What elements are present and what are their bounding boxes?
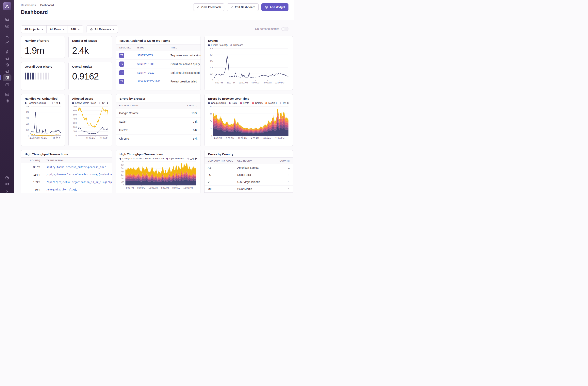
legend-item[interactable]: Google Chrome	[208, 102, 226, 104]
legend-item[interactable]: sentry.tasks.process_buffer.process_incr	[120, 157, 164, 160]
widget-grid: Number of Errors 1.9m Number of Issues 2…	[21, 36, 293, 193]
legend-item[interactable]: Handled : count()	[25, 102, 46, 104]
dashboard-icon	[5, 75, 9, 80]
country-row: MFSaint Martin1	[205, 185, 293, 193]
date-range-filter[interactable]: 24H	[68, 25, 83, 33]
sidebar-item-alerts[interactable]	[0, 68, 14, 74]
column-header: GEO.COUNTRY_CODE	[205, 159, 234, 162]
widget-title: Errors by Browser Over Time	[208, 97, 289, 100]
number-of-errors-value: 1.9m	[25, 45, 61, 56]
on-demand-metrics-toggle[interactable]	[281, 27, 289, 31]
issue-link[interactable]: SENTRY-VD5	[137, 54, 153, 57]
sidebar-item-whats-new[interactable]	[0, 181, 14, 187]
breadcrumb: Dashboards › Dashboard	[21, 3, 54, 7]
legend-item[interactable]: Events : count()	[208, 44, 228, 46]
sidebar-item-collapse[interactable]	[0, 188, 14, 193]
assignee-avatar[interactable]: TE	[119, 62, 124, 67]
legend-item[interactable]: Known Users : cour	[72, 102, 96, 104]
legend-item[interactable]: Releases	[230, 44, 243, 46]
sentry-logo[interactable]	[3, 2, 11, 10]
svg-text:500: 500	[73, 114, 77, 116]
browser-count: 57k	[177, 137, 201, 140]
widget-title: Overall User Misery	[25, 65, 61, 68]
give-feedback-label: Give Feedback	[201, 5, 221, 9]
widget-title: Errors by Browser	[120, 97, 197, 100]
give-feedback-button[interactable]: Give Feedback	[193, 3, 224, 11]
sidebar-item-starred[interactable]	[0, 49, 14, 55]
svg-text:0: 0	[212, 79, 213, 81]
pager-prev-icon[interactable]	[99, 102, 100, 104]
sidebar-item-replays[interactable]	[0, 62, 14, 68]
legend-item[interactable]: Chrome	[252, 102, 263, 104]
release-filter[interactable]: All Releases	[87, 25, 118, 33]
sentry-triangle-icon	[4, 3, 10, 9]
sidebar-item-dashboards[interactable]	[0, 75, 14, 81]
widget-title: Affected Users	[72, 97, 108, 100]
transaction-link[interactable]: /{organization_slug}/	[46, 188, 78, 191]
sidebar-item-explore[interactable]	[0, 33, 14, 39]
pager-prev-icon[interactable]	[187, 158, 189, 160]
environment-filter[interactable]: All Envs	[46, 25, 68, 33]
legend-item[interactable]: /api/0/internal/r	[166, 157, 184, 160]
country-code: LC	[205, 173, 234, 176]
svg-text:4:00 AM: 4:00 AM	[251, 137, 259, 139]
issue-link[interactable]: JAVASCRIPT-1BG2	[137, 80, 160, 83]
breadcrumb-dashboards[interactable]: Dashboards	[21, 3, 36, 7]
pager-next-icon[interactable]	[59, 102, 61, 104]
legend-label: Mobile S	[268, 102, 277, 104]
pager-prev-icon[interactable]	[279, 102, 281, 104]
chevron-down-icon	[113, 29, 115, 30]
megaphone-icon	[5, 56, 9, 61]
legend-item[interactable]: Firefox	[240, 102, 249, 104]
pager-next-icon[interactable]	[195, 158, 197, 160]
transaction-link[interactable]: sentry.tasks.process_buffer.process_incr	[46, 165, 106, 168]
lightning-icon	[5, 50, 9, 54]
legend-item[interactable]: Mobile S	[265, 102, 277, 104]
misery-bar-filled	[27, 72, 29, 79]
widget-title: High Throughput Transactions	[25, 153, 108, 156]
assignee-avatar[interactable]: TE	[119, 53, 124, 58]
transaction-row: 76m/{organization_slug}/	[21, 186, 112, 193]
project-filter[interactable]: All Projects	[21, 25, 46, 33]
svg-text:4:00 PM: 4:00 PM	[126, 187, 134, 189]
widget-number-of-errors: Number of Errors 1.9m	[21, 36, 65, 58]
sidebar-item-issues[interactable]	[0, 16, 14, 22]
svg-text:8:00 AM: 8:00 AM	[263, 137, 271, 139]
add-widget-button[interactable]: Add Widget	[261, 3, 289, 11]
issue-link[interactable]: SENTRY-16H8	[137, 63, 154, 66]
sidebar-item-projects[interactable]	[0, 23, 14, 29]
issue-link[interactable]: SENTRY-32ZQ	[137, 71, 154, 74]
pager-prev-icon[interactable]	[51, 102, 53, 104]
legend-label: /api/0/internal/r	[169, 157, 184, 160]
release-filter-group: All Releases	[86, 25, 118, 33]
sidebar-item-performance[interactable]	[0, 39, 14, 45]
legend-item[interactable]: Safari	[229, 102, 237, 104]
environment-filter-label: All Envs	[50, 28, 61, 31]
help-circle-icon	[5, 176, 9, 180]
legend-dot	[25, 102, 26, 104]
svg-text:2m: 2m	[121, 177, 124, 180]
country-row: ASAmerican Samoa1	[205, 164, 293, 171]
assignee-avatar[interactable]: TE	[119, 70, 124, 75]
svg-text:12:00 PM: 12:00 PM	[275, 137, 285, 139]
country-count: 1	[276, 187, 293, 191]
sidebar-item-stats[interactable]	[0, 91, 14, 97]
transaction-link[interactable]: /api/0/internal/rpc/{service_name}/{meth…	[46, 173, 112, 176]
misery-bar-filled	[32, 72, 34, 79]
transaction-link[interactable]: /api/0/projects/{organization_id_or_slug…	[46, 181, 112, 183]
table-header-row: COUNT()TRANSACTION	[21, 158, 112, 163]
issue-row: TEJAVASCRIPT-1BG2Project creation failed	[116, 77, 201, 86]
sidebar-item-settings[interactable]	[0, 98, 14, 104]
widget-errors-by-browser-over-time: Errors by Browser Over Time Google Chrom…	[204, 94, 293, 146]
pager-next-icon[interactable]	[288, 102, 289, 104]
sidebar-item-releases[interactable]	[0, 81, 14, 87]
widget-errors-by-browser: Errors by Browser BROWSER.NAMECOUNT()Goo…	[116, 94, 201, 146]
country-count: 1	[276, 166, 293, 169]
pager-next-icon[interactable]	[107, 102, 108, 104]
sidebar-item-help[interactable]	[0, 175, 14, 181]
svg-text:50k: 50k	[210, 47, 213, 50]
assignee-avatar[interactable]: TE	[119, 79, 124, 84]
sidebar-item-feedback[interactable]	[0, 56, 14, 62]
widget-title: Events	[208, 39, 289, 42]
edit-dashboard-button[interactable]: Edit Dashboard	[227, 3, 259, 11]
